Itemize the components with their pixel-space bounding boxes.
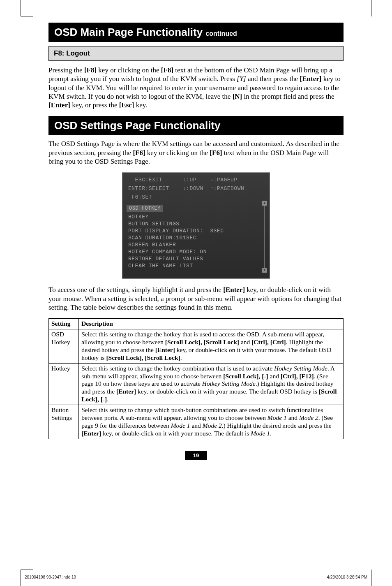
osd-menu-item: BUTTON SETTINGS (128, 221, 264, 228)
print-footer: 201004198 93-2947.indd 19 4/23/2010 3:26… (25, 575, 367, 579)
table-cell-description: Select this setting to change the hotkey… (79, 329, 344, 364)
page-number: 19 (185, 451, 207, 460)
page-number-badge: 19 (48, 451, 344, 460)
paragraph-settings-intro: The OSD Settings Page is where the KVM s… (48, 139, 344, 166)
section-title: OSD Settings Page Functionality (54, 119, 221, 132)
osd-menu-item: HOTKEY (128, 214, 264, 221)
osd-screenshot: ESC:EXIT ↑:UP ▫:PAGEUP ENTER:SELECT ↓:DO… (122, 172, 270, 279)
osd-highlighted-item: OSD HOTKEY (127, 205, 163, 213)
osd-menu-item: CLEAR THE NAME LIST (128, 263, 264, 270)
table-cell-description: Select this setting to change which push… (79, 405, 344, 439)
osd-menu-item: PORT DISPLAY DURATION: 3SEC (128, 228, 264, 235)
table-row: OSD Hotkey Select this setting to change… (49, 329, 344, 364)
osd-header-line: ENTER:SELECT ↓:DOWN ▫:PAGEDOWN (128, 185, 264, 192)
scroll-down-icon: ▼ (262, 268, 267, 273)
osd-menu-item: SCREEN BLANKER (128, 242, 264, 249)
scroll-up-icon: ▲ (262, 201, 267, 206)
table-cell-setting: OSD Hotkey (49, 329, 79, 364)
osd-menu-item: SCAN DURATION:101SEC (128, 235, 264, 242)
section-title-suffix: continued (205, 30, 237, 37)
osd-header-line: ESC:EXIT ↑:UP ▫:PAGEUP (128, 177, 264, 184)
scrollbar: ▲ ▼ (262, 201, 267, 273)
paragraph-access-settings: To access one of the settings, simply hi… (48, 285, 344, 312)
table-row: Hotkey Select this setting to change the… (49, 363, 344, 405)
osd-menu-list: HOTKEY BUTTON SETTINGS PORT DISPLAY DURA… (128, 214, 264, 269)
section-title-bar: OSD Main Page Functionality continued (48, 23, 344, 42)
section-title: OSD Main Page Functionality (54, 26, 203, 38)
footer-left: 201004198 93-2947.indd 19 (25, 575, 76, 579)
crop-mark (21, 0, 33, 16)
subsection-title: F8: Logout (54, 49, 90, 57)
table-cell-setting: Hotkey (49, 363, 79, 405)
osd-menu-item: HOTKEY COMMAND MODE: ON (128, 249, 264, 256)
table-cell-setting: Button Settings (49, 405, 79, 439)
footer-right: 4/23/2010 3:26:54 PM (327, 575, 367, 579)
table-header-row: Setting Description (49, 319, 344, 329)
osd-menu-item: RESTORE DEFAULT VALUES (128, 256, 264, 263)
osd-header-line: F6:SET (128, 194, 264, 201)
scroll-track (264, 206, 265, 268)
table-header-description: Description (79, 319, 344, 329)
section-title-bar: OSD Settings Page Functionality (48, 116, 344, 135)
table-row: Button Settings Select this setting to c… (49, 405, 344, 439)
settings-table: Setting Description OSD Hotkey Select th… (48, 318, 344, 439)
table-cell-description: Select this setting to change the hotkey… (79, 363, 344, 405)
crop-mark (371, 570, 371, 586)
paragraph-f8-logout: Pressing the [F8] key or clicking on the… (48, 66, 344, 109)
table-header-setting: Setting (49, 319, 79, 329)
crop-mark (371, 0, 371, 16)
subsection-title-bar: F8: Logout (48, 46, 344, 61)
